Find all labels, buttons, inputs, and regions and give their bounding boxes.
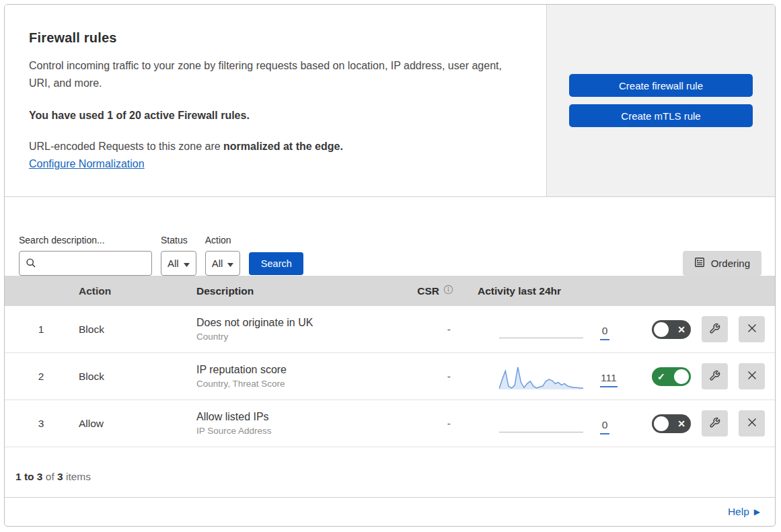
- help-link-label: Help: [728, 506, 749, 518]
- pagination-summary: 1 to 3 of 3 items: [15, 471, 91, 483]
- arrow-right-icon: ▶: [754, 507, 760, 517]
- rule-description: Does not originate in UK: [196, 317, 392, 329]
- rule-criteria: Country, Threat Score: [196, 379, 392, 389]
- header-text-area: Firewall rules Control incoming traffic …: [5, 5, 547, 196]
- activity-count-link[interactable]: 0: [600, 419, 609, 434]
- action-filter-group: Action All: [205, 235, 241, 276]
- toggle-knob: [674, 369, 689, 384]
- status-dropdown[interactable]: All: [161, 251, 196, 276]
- action-dropdown[interactable]: All: [205, 251, 241, 276]
- firewall-rules-panel: Firewall rules Control incoming traffic …: [4, 4, 776, 527]
- chevron-down-icon: [227, 258, 233, 269]
- filter-bar: Search description... Status All Action …: [5, 197, 775, 276]
- x-icon: ✕: [677, 325, 685, 334]
- search-input[interactable]: [19, 251, 152, 276]
- search-box: [19, 251, 152, 276]
- rule-priority: 2: [5, 371, 65, 383]
- csr-column-header: CSR: [392, 284, 472, 297]
- normalization-statement: URL-encoded Requests to this zone are no…: [29, 141, 526, 153]
- close-icon: [747, 323, 757, 336]
- rule-enabled-toggle[interactable]: ✕: [652, 414, 691, 433]
- header-section: Firewall rules Control incoming traffic …: [5, 5, 775, 197]
- csr-header-label: CSR: [417, 285, 439, 297]
- normalization-text: URL-encoded Requests to this zone are: [29, 141, 223, 152]
- table-row: 2 Block IP reputation score Country, Thr…: [5, 353, 775, 400]
- info-icon[interactable]: [443, 284, 453, 297]
- search-group: Search description...: [19, 235, 152, 276]
- rule-activity-cell: 0: [472, 316, 640, 343]
- rule-csr-value: -: [392, 324, 472, 336]
- check-icon: ✓: [657, 372, 665, 381]
- action-label: Action: [205, 235, 241, 245]
- rule-criteria: IP Source Address: [196, 426, 392, 436]
- activity-column-header: Activity last 24hr: [472, 285, 640, 297]
- rule-enabled-toggle[interactable]: ✕: [652, 320, 691, 339]
- chevron-down-icon: [184, 258, 190, 269]
- ordering-list-icon: [694, 257, 705, 270]
- rule-description: Allow listed IPs: [196, 411, 392, 423]
- page-description: Control incoming traffic to your zone by…: [29, 57, 520, 92]
- normalization-bold: normalized at the edge.: [223, 141, 343, 152]
- rule-criteria: Country: [196, 332, 392, 342]
- rule-activity-cell: 0: [472, 410, 640, 437]
- rule-priority: 1: [5, 324, 65, 336]
- edit-rule-button[interactable]: [702, 410, 728, 436]
- table-row: 1 Block Does not originate in UK Country…: [5, 306, 775, 353]
- search-label: Search description...: [19, 235, 152, 245]
- help-link[interactable]: Help ▶: [728, 506, 760, 518]
- action-value: All: [212, 258, 223, 269]
- rule-action: Allow: [65, 418, 183, 430]
- close-icon: [747, 370, 757, 383]
- usage-statement: You have used 1 of 20 active Firewall ru…: [29, 110, 526, 122]
- configure-normalization-link[interactable]: Configure Normalization: [29, 158, 145, 170]
- wrench-icon: [709, 370, 720, 383]
- rule-description-cell: Does not originate in UK Country: [183, 317, 392, 342]
- activity-sparkline: [499, 316, 587, 343]
- delete-rule-button[interactable]: [739, 363, 765, 389]
- create-mtls-rule-button[interactable]: Create mTLS rule: [569, 104, 753, 127]
- wrench-icon: [709, 323, 720, 336]
- search-button[interactable]: Search: [249, 252, 303, 275]
- rule-activity-cell: 111: [472, 363, 640, 390]
- table-body: 1 Block Does not originate in UK Country…: [5, 306, 775, 447]
- actions-panel: Create firewall rule Create mTLS rule: [547, 5, 775, 196]
- create-firewall-rule-button[interactable]: Create firewall rule: [569, 74, 753, 97]
- status-value: All: [168, 258, 179, 269]
- rule-action: Block: [65, 371, 183, 383]
- activity-count-link[interactable]: 111: [600, 372, 618, 387]
- toggle-knob: [654, 322, 669, 337]
- help-bar: Help ▶: [5, 498, 775, 526]
- search-icon: [26, 258, 36, 271]
- edit-rule-button[interactable]: [702, 316, 728, 342]
- rule-description: IP reputation score: [196, 364, 392, 376]
- rule-csr-value: -: [392, 371, 472, 383]
- description-column-header: Description: [183, 285, 392, 297]
- status-filter-group: Status All: [161, 235, 196, 276]
- table-row: 3 Allow Allow listed IPs IP Source Addre…: [5, 400, 775, 447]
- delete-rule-button[interactable]: [739, 316, 765, 342]
- page-title: Firewall rules: [29, 30, 526, 46]
- toggle-knob: [654, 416, 669, 431]
- rule-description-cell: IP reputation score Country, Threat Scor…: [183, 364, 392, 389]
- edit-rule-button[interactable]: [702, 363, 728, 389]
- rule-enabled-toggle[interactable]: ✓: [652, 367, 691, 386]
- ordering-button[interactable]: Ordering: [683, 251, 761, 276]
- x-icon: ✕: [677, 419, 685, 428]
- rule-controls: ✕: [640, 316, 775, 342]
- table-header: Action Description CSR Activity last 24h…: [5, 276, 775, 306]
- delete-rule-button[interactable]: [739, 410, 765, 436]
- activity-sparkline: [499, 410, 587, 437]
- status-label: Status: [161, 235, 196, 245]
- rule-priority: 3: [5, 418, 65, 430]
- rule-controls: ✓: [640, 363, 775, 389]
- table-footer: 1 to 3 of 3 items: [5, 447, 775, 498]
- rule-action: Block: [65, 324, 183, 336]
- activity-count-link[interactable]: 0: [600, 325, 609, 340]
- ordering-button-label: Ordering: [711, 258, 750, 269]
- rule-description-cell: Allow listed IPs IP Source Address: [183, 411, 392, 436]
- activity-sparkline: [499, 363, 587, 390]
- action-column-header: Action: [65, 285, 183, 297]
- wrench-icon: [709, 417, 720, 430]
- rule-csr-value: -: [392, 418, 472, 430]
- close-icon: [747, 417, 757, 430]
